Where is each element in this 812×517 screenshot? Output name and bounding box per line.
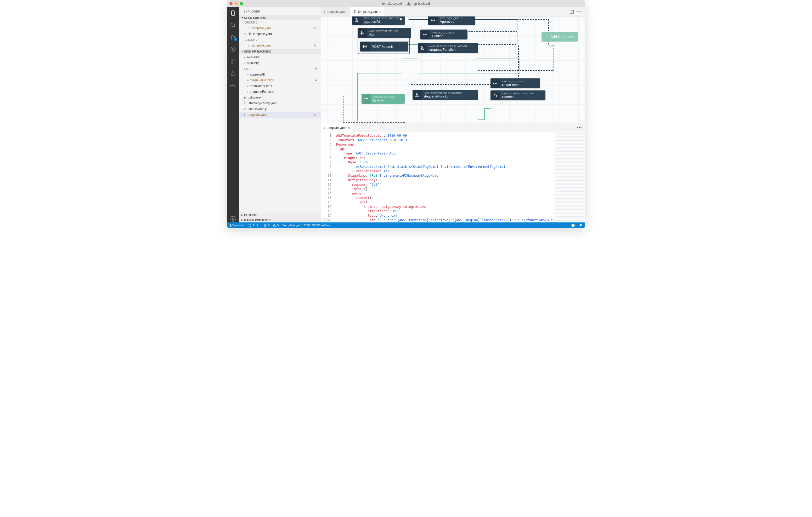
- open-editor-item[interactable]: ! template.yaml M: [239, 25, 321, 31]
- tab-template-yaml[interactable]: ! template.yaml: [321, 7, 350, 16]
- minimize-window-button[interactable]: [235, 2, 238, 5]
- tab-template-code[interactable]: ! template.yaml ×: [321, 123, 353, 132]
- yaml-file-icon: !: [242, 101, 247, 105]
- node-name: Holding: [432, 34, 455, 38]
- open-editor-item[interactable]: ✕ template.yaml: [239, 31, 321, 37]
- status-message: "template.yaml" 205L 7007C written: [282, 224, 330, 227]
- folder-item[interactable]: ▸.stackery: [239, 60, 321, 66]
- node-type: AWS::SQS::QUEUE: [432, 31, 455, 34]
- more-actions-icon[interactable]: •••: [577, 126, 582, 130]
- chevron-down-icon: ▾: [242, 67, 246, 70]
- problems-status[interactable]: 0 0: [263, 224, 279, 227]
- chevron-right-icon: ▸: [241, 218, 243, 222]
- node-name: dequeueFunction: [424, 94, 462, 98]
- git-branch-status[interactable]: master*: [229, 223, 244, 227]
- chevron-right-icon: ▸: [246, 79, 250, 82]
- open-editors-label: OPEN EDITORS: [244, 16, 266, 19]
- close-tab-icon[interactable]: ×: [379, 10, 381, 14]
- tab-template-visual[interactable]: template.yaml ×: [350, 7, 385, 16]
- editor-region: ! template.yaml template.yaml × •••: [321, 7, 585, 222]
- architecture-canvas[interactable]: AWS::SERVERLESS::FUNCTIONapproveAll ✱ AW…: [321, 17, 585, 123]
- file-label: template.yaml: [248, 113, 314, 117]
- chevron-down-icon: ▾: [241, 16, 243, 19]
- node-api[interactable]: AWS::SERVERLESS::APIApi: [357, 28, 411, 38]
- settings-gear-icon[interactable]: [229, 215, 237, 222]
- error-count: 0: [268, 224, 269, 227]
- group-1-header[interactable]: GROUP 1: [239, 20, 321, 25]
- file-item[interactable]: !template.yamlM: [239, 112, 321, 118]
- folder-item[interactable]: ▸.aws-sam: [239, 54, 321, 60]
- svg-point-21: [434, 20, 435, 21]
- chevron-right-icon: ▸: [246, 90, 250, 93]
- folder-item[interactable]: ▸drainDeadLetter: [239, 83, 321, 89]
- project-header[interactable]: ▾ SIGN-UP-BACKEND: [239, 49, 321, 54]
- close-tab-icon[interactable]: ×: [348, 126, 350, 130]
- node-type: AWS::SERVERLESS::API: [369, 30, 398, 32]
- svg-point-34: [230, 226, 230, 226]
- svg-point-30: [495, 83, 496, 84]
- node-name: Api: [369, 32, 398, 36]
- file-label: approveAll: [250, 73, 319, 76]
- explorer-icon[interactable]: [229, 9, 237, 17]
- folder-item[interactable]: ▸approveAll: [239, 71, 321, 78]
- chevron-down-icon: ▾: [241, 50, 243, 53]
- sync-status[interactable]: 1↓ 2↑: [248, 224, 260, 227]
- code-editor[interactable]: 123456789101112131415161718192021 AWSTem…: [321, 132, 585, 222]
- svg-point-41: [571, 224, 575, 227]
- close-icon[interactable]: ✕: [242, 32, 247, 36]
- api-group[interactable]: AWS::SERVERLESS::APIApi POST /submit: [357, 28, 410, 54]
- node-secrets[interactable]: AWS SECRETS MANAGERSecrets: [491, 90, 545, 100]
- node-approve-all[interactable]: AWS::SERVERLESS::FUNCTIONapproveAll ✱: [352, 17, 405, 25]
- file-item[interactable]: ◈.gitignore: [239, 95, 321, 100]
- more-actions-icon[interactable]: •••: [577, 10, 582, 14]
- node-approved[interactable]: AWS::SQS::QUEUEApproved: [428, 17, 475, 25]
- node-dead-letter[interactable]: AWS::SQS::QUEUEDeadLetter: [491, 79, 540, 88]
- svg-point-25: [426, 34, 427, 35]
- node-name: POST /submit: [372, 45, 395, 49]
- open-editors-header[interactable]: ▾ OPEN EDITORS: [239, 15, 321, 20]
- svg-point-16: [232, 218, 234, 219]
- add-resource-button[interactable]: + Add Resource: [542, 32, 578, 41]
- file-item[interactable]: JSlocal-invoke.js: [239, 106, 321, 112]
- maximize-window-button[interactable]: [240, 2, 243, 5]
- notifications-icon[interactable]: [579, 223, 583, 227]
- node-holding[interactable]: AWS::SQS::QUEUEHolding: [420, 30, 467, 39]
- file-label: .aws-sam: [246, 55, 319, 59]
- open-editor-item[interactable]: ! template.yaml M: [239, 42, 321, 48]
- folder-item[interactable]: ▸enqueueFunction: [239, 89, 321, 95]
- node-enqueue-function[interactable]: AWS::SERVERLESS::FUNCTIONenqueueFunction: [418, 43, 478, 53]
- group-2-header[interactable]: GROUP 2: [239, 37, 321, 42]
- extensions-icon[interactable]: [229, 58, 237, 65]
- close-window-button[interactable]: [229, 2, 233, 5]
- plus-icon: +: [546, 35, 549, 39]
- svg-point-20: [433, 20, 433, 21]
- svg-rect-7: [231, 59, 233, 61]
- node-dequeue-function[interactable]: AWS::SERVERLESS::FUNCTIONdequeueFunction: [412, 90, 478, 100]
- svg-line-1: [234, 26, 235, 27]
- node-post-submit[interactable]: POST /submit: [360, 41, 408, 52]
- code-content[interactable]: AWSTemplateFormatVersion: 2010-09-09Tran…: [334, 132, 554, 222]
- svg-point-26: [365, 98, 365, 99]
- maven-header[interactable]: ▸ MAVEN PROJECTS: [239, 217, 321, 222]
- folder-item[interactable]: ▾src: [239, 66, 321, 71]
- outline-label: OUTLINE: [244, 214, 257, 217]
- folder-item[interactable]: ▸dequeueFunction: [239, 78, 321, 83]
- beaker-icon[interactable]: [229, 69, 237, 77]
- minimap[interactable]: [554, 132, 585, 222]
- sqs-icon: [361, 94, 371, 104]
- feedback-icon[interactable]: [571, 223, 575, 227]
- stackery-file-icon: [248, 32, 252, 36]
- source-control-icon[interactable]: 2: [229, 33, 237, 41]
- debug-icon[interactable]: [229, 45, 237, 53]
- split-editor-icon[interactable]: [570, 9, 574, 14]
- node-type: AWS::SQS::QUEUE: [502, 80, 525, 83]
- docker-icon[interactable]: [229, 82, 237, 89]
- file-label: drainDeadLetter: [250, 84, 319, 88]
- search-icon[interactable]: [229, 22, 237, 29]
- node-queue[interactable]: AWS::SQS::QUEUEQueue: [361, 94, 405, 104]
- file-item[interactable]: !.stackery-config.yaml: [239, 100, 321, 106]
- node-type: AWS SECRETS MANAGER: [502, 92, 533, 95]
- svg-point-43: [573, 225, 574, 225]
- outline-header[interactable]: ▸ OUTLINE: [239, 213, 321, 217]
- node-type: AWS::SERVERLESS::FUNCTION: [424, 92, 462, 94]
